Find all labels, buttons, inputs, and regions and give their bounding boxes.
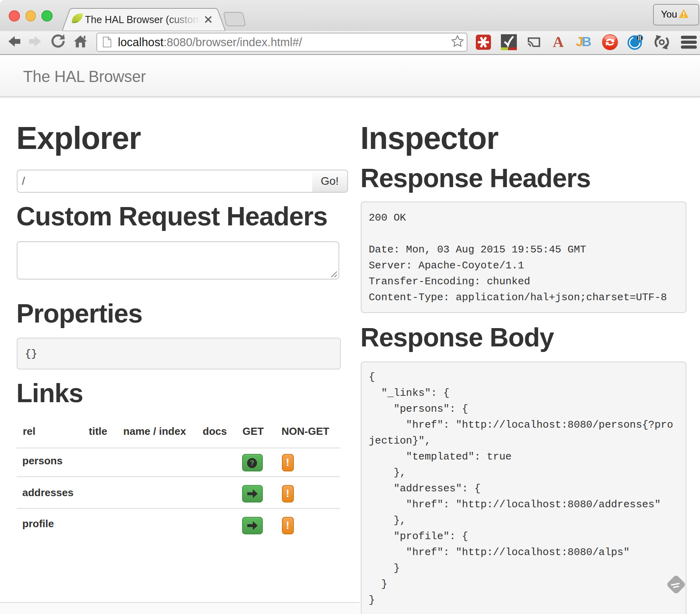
svg-text:?: ? (250, 459, 254, 467)
